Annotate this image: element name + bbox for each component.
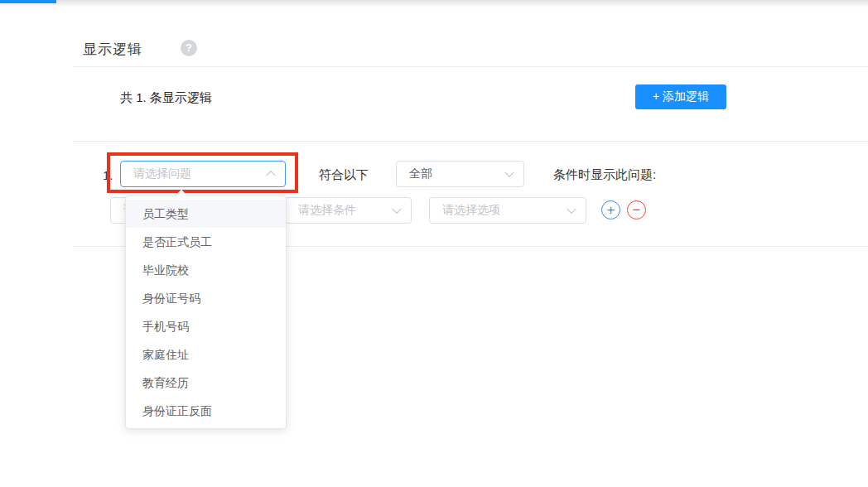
dropdown-item[interactable]: 毕业院校: [126, 256, 286, 284]
question-dropdown-menu: 员工类型 是否正式员工 毕业院校 身份证号码 手机号码 家庭住址 教育经历 身份…: [125, 195, 287, 429]
chevron-up-icon: [266, 171, 275, 180]
match-label: 符合以下: [319, 167, 369, 183]
match-mode-value: 全部: [409, 166, 432, 181]
condition-operator-select[interactable]: 请选择条件: [285, 197, 412, 224]
page-title: 显示逻辑: [83, 40, 142, 59]
dropdown-item[interactable]: 手机号码: [126, 312, 286, 340]
condition-option-placeholder: 请选择选项: [442, 203, 500, 218]
chevron-down-icon: [504, 168, 514, 177]
dropdown-item[interactable]: 身份证正反面: [126, 397, 286, 425]
header-divider: [73, 66, 868, 67]
condition-option-select[interactable]: 请选择选项: [429, 197, 586, 224]
top-shadow-bar: [0, 0, 868, 7]
match-mode-select[interactable]: 全部: [396, 161, 524, 187]
help-icon[interactable]: ?: [181, 40, 197, 56]
logic-row-index: 1.: [103, 168, 113, 182]
dropdown-item[interactable]: 是否正式员工: [126, 228, 286, 256]
add-condition-button[interactable]: +: [601, 200, 620, 219]
chevron-down-icon: [567, 205, 576, 214]
question-select-placeholder: 请选择问题: [133, 166, 191, 181]
chevron-down-icon: [392, 205, 401, 214]
dropdown-item[interactable]: 教育经历: [126, 369, 286, 397]
display-logic-panel: 显示逻辑 ? 共 1. 条显示逻辑 + 添加逻辑 1. 请选择问题 符合以下 全…: [0, 0, 868, 487]
add-logic-button[interactable]: + 添加逻辑: [635, 84, 726, 109]
section-divider: [73, 141, 868, 142]
remove-condition-button[interactable]: −: [627, 200, 646, 219]
condition-operator-placeholder: 请选择条件: [298, 203, 356, 218]
logic-count-summary: 共 1. 条显示逻辑: [120, 90, 212, 106]
question-select[interactable]: 请选择问题: [120, 161, 286, 187]
dropdown-item[interactable]: 员工类型: [126, 200, 286, 228]
top-accent-bar: [0, 0, 56, 3]
dropdown-item[interactable]: 家庭住址: [126, 340, 286, 369]
dropdown-item[interactable]: 身份证号码: [126, 284, 286, 312]
condition-suffix-label: 条件时显示此问题:: [553, 167, 656, 183]
